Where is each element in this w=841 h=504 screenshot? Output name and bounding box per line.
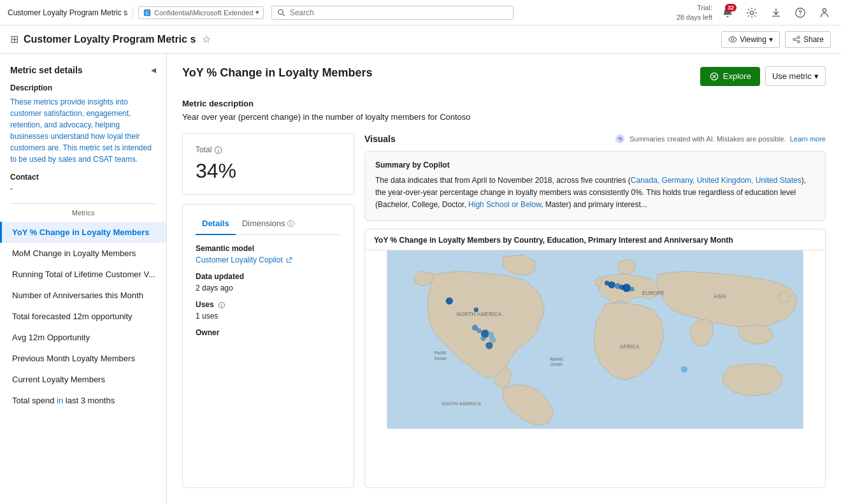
viewing-button[interactable]: Viewing ▾ [721,31,780,48]
svg-text:Ocean: Ocean [550,362,563,366]
details-tabs-row: Details Dimensions ⓘ [196,215,341,235]
help-button[interactable] [791,4,809,22]
content-top-actions: Explore Use metric ▾ [700,66,826,86]
svg-point-33 [477,328,481,333]
share-top-button[interactable] [816,4,833,22]
svg-point-43 [622,284,631,292]
favorite-button[interactable]: ☆ [202,33,211,45]
svg-text:i: i [221,303,222,308]
svg-point-36 [480,335,485,340]
svg-text:Atlantic: Atlantic [550,356,564,361]
tab-dimensions[interactable]: Dimensions ⓘ [236,215,301,235]
info-icon: i [214,146,222,154]
svg-point-30 [446,297,453,304]
semantic-model-row: Semantic model Customer Loyality Copilot [196,244,341,264]
tab-details[interactable]: Details [196,215,236,235]
svg-point-9 [798,36,800,38]
svg-point-40 [608,281,615,288]
svg-point-37 [489,336,496,342]
description-label: Description [0,83,166,96]
sensitivity-label: Confidential\Microsoft Extended [154,9,253,17]
title-bar: ⊞ Customer Loyalty Program Metric s ☆ Vi… [0,25,841,54]
external-link-icon [285,256,293,264]
svg-point-2 [278,10,283,14]
sidebar: Metric set details ◂ Description These m… [0,54,167,504]
data-updated-label: Data updated [196,272,341,281]
copilot-icon [614,133,626,145]
svg-line-12 [795,38,798,39]
svg-line-13 [795,40,798,41]
notification-button[interactable]: 32 [719,4,737,22]
metric-description-text: Year over year (percent change) in the n… [182,112,826,122]
svg-text:SOUTH AMERICA: SOUTH AMERICA [442,400,482,406]
data-updated-row: Data updated 2 days ago [196,272,341,292]
settings-button[interactable] [743,4,761,22]
svg-text:i: i [218,147,219,153]
contact-label: Contact [0,173,166,184]
svg-point-8 [731,38,734,41]
top-bar: Customer Loyalty Program Metric s C Conf… [0,0,841,25]
svg-point-10 [793,38,796,41]
svg-point-31 [474,307,478,312]
notification-badge: 32 [725,4,737,11]
copilot-summary: Summary by Copilot The data indicates th… [364,151,826,221]
sidebar-collapse-button[interactable]: ◂ [151,64,156,76]
sidebar-item-avg-12m[interactable]: Avg 12m Opportunity [0,327,166,348]
svg-text:Ocean: Ocean [435,356,447,360]
sidebar-item-previous-month[interactable]: Previous Month Loyalty Members [0,348,166,369]
learn-more-link[interactable]: Learn more [790,135,826,143]
main-layout: Metric set details ◂ Description These m… [0,54,841,504]
ai-notice-text: Summaries created with AI. Mistakes are … [629,135,786,143]
explore-icon [709,71,719,82]
total-value: 34% [196,159,341,183]
search-box[interactable] [271,6,514,20]
share-button[interactable]: Share [785,31,831,48]
owner-row: Owner [196,328,341,337]
ai-notice: Summaries created with AI. Mistakes are … [614,133,826,145]
viewing-chevron: ▾ [769,35,773,44]
sensitivity-badge[interactable]: C Confidential\Microsoft Extended ▾ [138,6,264,19]
svg-point-45 [681,366,687,372]
copilot-summary-text: The data indicates that from April to No… [375,175,815,212]
uses-info-icon: i [218,301,226,309]
sidebar-header: Metric set details ◂ [0,64,166,83]
top-bar-divider [133,6,133,19]
sidebar-item-forecasted[interactable]: Total forecasted 12m opportunity [0,306,166,327]
uses-row: Uses i 1 uses [196,300,341,320]
sidebar-item-mom-change[interactable]: MoM Change in Loyalty Members [0,243,166,264]
sidebar-header-title: Metric set details [10,65,83,75]
download-button[interactable] [767,4,785,22]
semantic-model-label: Semantic model [196,244,341,253]
visuals-label: Visuals [364,134,396,144]
sidebar-item-running-total[interactable]: Running Total of Lifetime Customer V... [0,264,166,285]
contact-value: - [0,184,166,198]
svg-line-3 [283,13,285,15]
svg-point-11 [798,40,800,43]
svg-text:EUROPE: EUROPE [642,290,665,296]
sidebar-item-total-spend[interactable]: Total spend in last 3 months [0,390,166,411]
owner-label: Owner [196,328,341,337]
svg-text:ASIA: ASIA [714,292,726,299]
sidebar-item-current-loyalty[interactable]: Current Loyalty Members [0,369,166,390]
content-area: YoY % Change in Loyalty Members Explore … [167,54,841,504]
use-metric-label: Use metric [772,71,812,81]
uses-value: 1 uses [196,312,341,320]
map-card: YoY % Change in Loyalty Members by Count… [364,229,826,488]
svg-text:AFRICA: AFRICA [619,343,640,350]
world-map-svg: NORTH AMERICA SOUTH AMERICA Pacific Ocea… [365,250,825,429]
semantic-model-value[interactable]: Customer Loyality Copilot [196,256,341,264]
svg-point-7 [823,8,826,11]
top-bar-left: Customer Loyalty Program Metric s C Conf… [8,6,264,19]
sidebar-item-anniversaries[interactable]: Number of Anniversaries this Month [0,285,166,306]
sensitivity-icon: C [143,8,152,17]
search-input[interactable] [290,8,508,17]
use-metric-button[interactable]: Use metric ▾ [765,66,826,86]
top-bar-app-title: Customer Loyalty Program Metric s [8,8,127,17]
metrics-section-label: Metrics [0,209,166,222]
data-updated-value: 2 days ago [196,284,341,292]
explore-button[interactable]: Explore [700,67,760,86]
panels-row: Total i 34% Details Dimensi [182,133,826,488]
sidebar-item-yoy-change[interactable]: YoY % Change in Loyalty Members [0,222,166,243]
share-icon [792,35,801,44]
uses-label: Uses i [196,300,341,309]
